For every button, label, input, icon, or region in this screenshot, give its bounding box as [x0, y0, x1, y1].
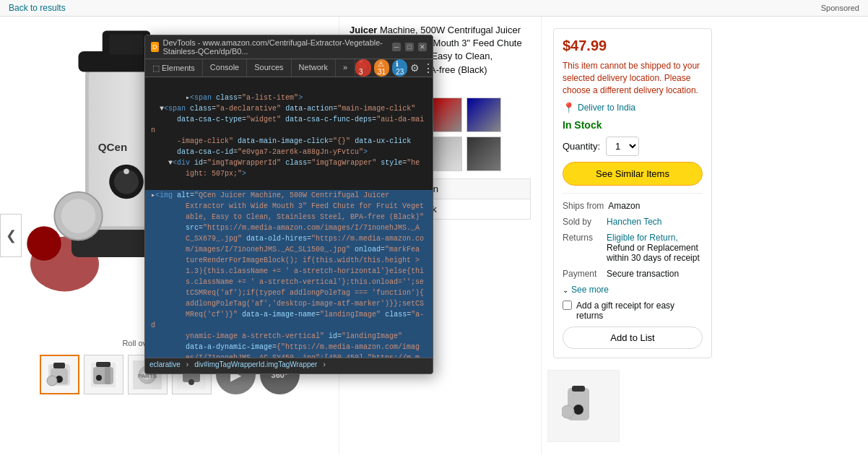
chevron-down-icon: ⌄: [563, 286, 568, 294]
svg-rect-25: [96, 362, 110, 367]
gift-receipt-label: Add a gift receipt for easy returns: [576, 301, 703, 321]
devtools-breadcrumb-bar: eclarative › div#imgTagWrapperId.imgTagW…: [145, 358, 433, 374]
devtools-tabs-bar: ⬚ Elements Console Sources Network » 🚫 3…: [145, 59, 433, 77]
info-badge: ℹ 23: [392, 59, 407, 77]
color-swatch-dark[interactable]: [466, 137, 501, 171]
purchase-panel: $47.99 This item cannot be shipped to yo…: [553, 28, 712, 358]
see-more-label[interactable]: See more: [571, 285, 609, 295]
main-layout: ❮: [0, 17, 868, 454]
in-stock-label: In Stock: [563, 119, 703, 131]
svg-rect-27: [105, 367, 110, 384]
svg-rect-10: [109, 34, 144, 55]
breadcrumb-1[interactable]: eclarative: [149, 360, 181, 368]
quantity-label: Quantity:: [563, 141, 600, 152]
svg-rect-38: [572, 386, 585, 392]
svg-rect-20: [53, 363, 65, 368]
product-price: $47.99: [563, 38, 703, 54]
warning-badge: ⚠ 31: [374, 59, 389, 77]
settings-icon[interactable]: ⚙: [410, 62, 420, 74]
svg-point-1: [27, 226, 61, 261]
add-to-list-button[interactable]: Add to List: [563, 327, 703, 349]
elements-tab: Elements: [162, 64, 195, 72]
svg-point-16: [61, 199, 95, 233]
svg-point-28: [96, 375, 102, 381]
devtools-html-code: ▸<span class="a-list-item"> ▼<span class…: [145, 77, 433, 358]
bottom-product-thumbnail[interactable]: [547, 370, 620, 442]
right-section: $47.99 This item cannot be shipped to yo…: [542, 17, 708, 454]
color-swatch-blue[interactable]: [466, 98, 501, 132]
devtools-tab-console[interactable]: Console: [203, 59, 247, 77]
svg-point-40: [562, 405, 574, 418]
thumbnail-1[interactable]: [40, 355, 79, 394]
selected-code-line[interactable]: ▸<img alt="QCen Juicer Machine, 500W Cen…: [145, 190, 433, 358]
back-to-results-link[interactable]: Back to results: [9, 3, 66, 13]
devtools-maximize-btn[interactable]: □: [405, 43, 414, 51]
payment-label: Payment: [563, 269, 602, 279]
devtools-tab-sources[interactable]: Sources: [247, 59, 291, 77]
ships-from-row: Ships from Amazon: [563, 201, 703, 211]
returns-row: Returns Eligible for Return, Refund or R…: [563, 233, 703, 263]
quantity-select[interactable]: 12345: [606, 137, 639, 156]
error-badge: 🚫 3: [355, 59, 371, 77]
sponsored-label: Sponsored: [821, 4, 859, 12]
payment-value: Secure transaction: [607, 269, 679, 279]
devtools-tab-elements[interactable]: ⬚ Elements: [145, 59, 203, 77]
gift-receipt-checkbox[interactable]: [563, 301, 572, 310]
devtools-title: DevTools - www.amazon.com/Centrifugal-Ex…: [163, 38, 392, 56]
ships-from-label: Ships from: [563, 201, 604, 211]
quantity-row: Quantity: 12345: [563, 137, 703, 156]
sold-by-value: Hanchen Tech: [607, 217, 662, 227]
devtools-more-icon[interactable]: ⋮: [422, 61, 433, 75]
sold-by-row: Sold by Hanchen Tech: [563, 217, 703, 227]
deliver-to-row[interactable]: 📍 Deliver to India: [563, 102, 703, 113]
devtools-close-btn[interactable]: ✕: [418, 43, 427, 51]
top-bar: Back to results Sponsored: [0, 0, 868, 17]
devtools-favicon: D: [151, 42, 159, 52]
returns-value: Eligible for Return, Refund or Replaceme…: [607, 233, 700, 263]
devtools-panel: D DevTools - www.amazon.com/Centrifugal-…: [144, 35, 433, 374]
ships-from-value: Amazon: [608, 201, 640, 211]
payment-row: Payment Secure transaction: [563, 269, 703, 279]
svg-point-36: [188, 379, 194, 385]
thumbnail-2[interactable]: [84, 355, 123, 394]
see-more-row[interactable]: ⌄ See more: [563, 285, 703, 295]
svg-point-14: [123, 168, 129, 174]
breadcrumb-2[interactable]: div#imgTagWrapperId.imgTagWrapper: [194, 360, 317, 368]
svg-text:QCen: QCen: [97, 141, 127, 153]
sold-by-label: Sold by: [563, 217, 602, 227]
shipping-warning: This item cannot be shipped to your sele…: [563, 60, 703, 96]
svg-point-39: [573, 405, 583, 415]
returns-label: Returns: [563, 233, 602, 243]
see-similar-button[interactable]: See Similar Items: [563, 162, 703, 186]
svg-point-23: [47, 376, 57, 386]
location-icon: 📍: [563, 102, 575, 113]
device-icon: ⬚: [152, 64, 160, 73]
gift-receipt-row: Add a gift receipt for easy returns: [563, 301, 703, 321]
devtools-code-panel: ▸<span class="a-list-item"> ▼<span class…: [145, 77, 433, 358]
devtools-minimize-btn[interactable]: ─: [392, 43, 401, 51]
prev-image-arrow[interactable]: ❮: [0, 214, 22, 257]
devtools-tab-network[interactable]: Network: [292, 59, 336, 77]
devtools-tab-more[interactable]: »: [336, 59, 355, 77]
devtools-titlebar: D DevTools - www.amazon.com/Centrifugal-…: [145, 35, 433, 59]
